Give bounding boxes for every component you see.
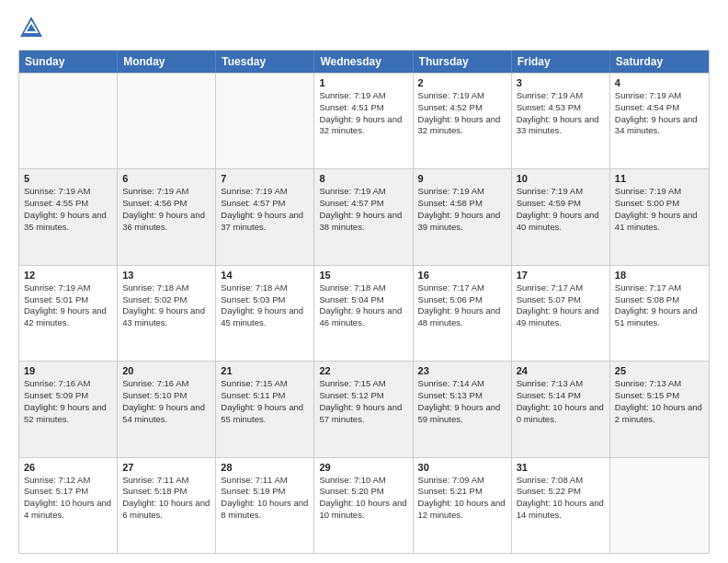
day-cell-7: 7Sunrise: 7:19 AM Sunset: 4:57 PM Daylig… xyxy=(216,169,314,264)
day-info-18: Sunrise: 7:17 AM Sunset: 5:08 PM Dayligh… xyxy=(615,282,704,329)
day-cell-2: 2Sunrise: 7:19 AM Sunset: 4:52 PM Daylig… xyxy=(414,74,512,168)
day-number-5: 5 xyxy=(24,173,112,184)
day-info-21: Sunrise: 7:15 AM Sunset: 5:11 PM Dayligh… xyxy=(221,378,309,425)
header-cell-monday: Monday xyxy=(118,51,216,73)
logo-icon xyxy=(18,15,44,40)
calendar-row-5: 26Sunrise: 7:12 AM Sunset: 5:17 PM Dayli… xyxy=(19,457,709,553)
day-number-23: 23 xyxy=(418,365,506,376)
day-number-31: 31 xyxy=(517,462,605,473)
calendar-body: 1Sunrise: 7:19 AM Sunset: 4:51 PM Daylig… xyxy=(19,73,709,553)
day-info-9: Sunrise: 7:19 AM Sunset: 4:58 PM Dayligh… xyxy=(418,186,506,233)
day-cell-1: 1Sunrise: 7:19 AM Sunset: 4:51 PM Daylig… xyxy=(314,74,413,168)
day-number-10: 10 xyxy=(517,173,605,184)
day-info-10: Sunrise: 7:19 AM Sunset: 4:59 PM Dayligh… xyxy=(517,186,605,233)
calendar-row-2: 5Sunrise: 7:19 AM Sunset: 4:55 PM Daylig… xyxy=(19,168,709,264)
day-cell-6: 6Sunrise: 7:19 AM Sunset: 4:56 PM Daylig… xyxy=(118,169,216,264)
day-info-17: Sunrise: 7:17 AM Sunset: 5:07 PM Dayligh… xyxy=(517,282,605,329)
day-number-3: 3 xyxy=(517,77,605,88)
day-info-7: Sunrise: 7:19 AM Sunset: 4:57 PM Dayligh… xyxy=(221,186,309,233)
day-number-17: 17 xyxy=(517,270,605,281)
day-number-29: 29 xyxy=(319,462,407,473)
day-cell-20: 20Sunrise: 7:16 AM Sunset: 5:10 PM Dayli… xyxy=(118,362,216,456)
day-cell-13: 13Sunrise: 7:18 AM Sunset: 5:02 PM Dayli… xyxy=(118,266,216,361)
day-cell-15: 15Sunrise: 7:18 AM Sunset: 5:04 PM Dayli… xyxy=(314,266,413,361)
day-cell-23: 23Sunrise: 7:14 AM Sunset: 5:13 PM Dayli… xyxy=(414,362,512,456)
day-cell-30: 30Sunrise: 7:09 AM Sunset: 5:21 PM Dayli… xyxy=(414,458,512,553)
day-info-19: Sunrise: 7:16 AM Sunset: 5:09 PM Dayligh… xyxy=(24,378,112,425)
empty-cell-w4c6 xyxy=(610,458,709,553)
day-number-24: 24 xyxy=(517,365,605,376)
day-cell-3: 3Sunrise: 7:19 AM Sunset: 4:53 PM Daylig… xyxy=(512,74,610,168)
day-number-30: 30 xyxy=(418,462,506,473)
day-info-25: Sunrise: 7:13 AM Sunset: 5:15 PM Dayligh… xyxy=(615,378,704,425)
header-cell-friday: Friday xyxy=(512,51,610,73)
day-info-1: Sunrise: 7:19 AM Sunset: 4:51 PM Dayligh… xyxy=(319,90,407,137)
day-cell-24: 24Sunrise: 7:13 AM Sunset: 5:14 PM Dayli… xyxy=(512,362,610,456)
day-number-20: 20 xyxy=(122,365,210,376)
day-number-27: 27 xyxy=(122,462,210,473)
day-cell-4: 4Sunrise: 7:19 AM Sunset: 4:54 PM Daylig… xyxy=(610,74,709,168)
day-cell-21: 21Sunrise: 7:15 AM Sunset: 5:11 PM Dayli… xyxy=(216,362,314,456)
day-cell-31: 31Sunrise: 7:08 AM Sunset: 5:22 PM Dayli… xyxy=(512,458,610,553)
day-number-22: 22 xyxy=(319,365,407,376)
day-cell-10: 10Sunrise: 7:19 AM Sunset: 4:59 PM Dayli… xyxy=(512,169,610,264)
day-cell-9: 9Sunrise: 7:19 AM Sunset: 4:58 PM Daylig… xyxy=(414,169,512,264)
day-number-12: 12 xyxy=(24,270,112,281)
page: SundayMondayTuesdayWednesdayThursdayFrid… xyxy=(0,0,728,563)
empty-cell-w0c1 xyxy=(118,74,216,168)
calendar-header-row: SundayMondayTuesdayWednesdayThursdayFrid… xyxy=(19,51,709,73)
day-number-4: 4 xyxy=(615,77,704,88)
day-cell-12: 12Sunrise: 7:19 AM Sunset: 5:01 PM Dayli… xyxy=(19,266,118,361)
day-info-4: Sunrise: 7:19 AM Sunset: 4:54 PM Dayligh… xyxy=(615,90,704,137)
day-cell-17: 17Sunrise: 7:17 AM Sunset: 5:07 PM Dayli… xyxy=(512,266,610,361)
day-info-11: Sunrise: 7:19 AM Sunset: 5:00 PM Dayligh… xyxy=(615,186,704,233)
calendar-row-3: 12Sunrise: 7:19 AM Sunset: 5:01 PM Dayli… xyxy=(19,265,709,361)
day-info-6: Sunrise: 7:19 AM Sunset: 4:56 PM Dayligh… xyxy=(122,186,210,233)
day-info-27: Sunrise: 7:11 AM Sunset: 5:18 PM Dayligh… xyxy=(122,475,210,522)
day-cell-14: 14Sunrise: 7:18 AM Sunset: 5:03 PM Dayli… xyxy=(216,266,314,361)
logo xyxy=(18,15,48,40)
day-info-24: Sunrise: 7:13 AM Sunset: 5:14 PM Dayligh… xyxy=(517,378,605,425)
day-info-2: Sunrise: 7:19 AM Sunset: 4:52 PM Dayligh… xyxy=(418,90,506,137)
day-number-25: 25 xyxy=(615,365,704,376)
day-number-28: 28 xyxy=(221,462,309,473)
calendar: SundayMondayTuesdayWednesdayThursdayFrid… xyxy=(18,50,710,554)
empty-cell-w0c0 xyxy=(19,74,118,168)
day-info-30: Sunrise: 7:09 AM Sunset: 5:21 PM Dayligh… xyxy=(418,475,506,522)
day-number-1: 1 xyxy=(319,77,407,88)
header-cell-thursday: Thursday xyxy=(414,51,512,73)
day-info-15: Sunrise: 7:18 AM Sunset: 5:04 PM Dayligh… xyxy=(319,282,407,329)
day-info-22: Sunrise: 7:15 AM Sunset: 5:12 PM Dayligh… xyxy=(319,378,407,425)
calendar-row-1: 1Sunrise: 7:19 AM Sunset: 4:51 PM Daylig… xyxy=(19,73,709,168)
header xyxy=(18,15,710,40)
day-info-14: Sunrise: 7:18 AM Sunset: 5:03 PM Dayligh… xyxy=(221,282,309,329)
day-info-8: Sunrise: 7:19 AM Sunset: 4:57 PM Dayligh… xyxy=(319,186,407,233)
day-number-8: 8 xyxy=(319,173,407,184)
day-cell-19: 19Sunrise: 7:16 AM Sunset: 5:09 PM Dayli… xyxy=(19,362,118,456)
day-number-15: 15 xyxy=(319,270,407,281)
header-cell-wednesday: Wednesday xyxy=(314,51,413,73)
day-info-12: Sunrise: 7:19 AM Sunset: 5:01 PM Dayligh… xyxy=(24,282,112,329)
day-info-23: Sunrise: 7:14 AM Sunset: 5:13 PM Dayligh… xyxy=(418,378,506,425)
day-info-31: Sunrise: 7:08 AM Sunset: 5:22 PM Dayligh… xyxy=(517,475,605,522)
calendar-row-4: 19Sunrise: 7:16 AM Sunset: 5:09 PM Dayli… xyxy=(19,361,709,456)
header-cell-saturday: Saturday xyxy=(610,51,709,73)
day-number-7: 7 xyxy=(221,173,309,184)
day-info-28: Sunrise: 7:11 AM Sunset: 5:19 PM Dayligh… xyxy=(221,475,309,522)
header-cell-sunday: Sunday xyxy=(19,51,118,73)
header-cell-tuesday: Tuesday xyxy=(216,51,314,73)
day-info-3: Sunrise: 7:19 AM Sunset: 4:53 PM Dayligh… xyxy=(517,90,605,137)
day-cell-25: 25Sunrise: 7:13 AM Sunset: 5:15 PM Dayli… xyxy=(610,362,709,456)
day-number-19: 19 xyxy=(24,365,112,376)
day-cell-28: 28Sunrise: 7:11 AM Sunset: 5:19 PM Dayli… xyxy=(216,458,314,553)
day-cell-11: 11Sunrise: 7:19 AM Sunset: 5:00 PM Dayli… xyxy=(610,169,709,264)
day-number-13: 13 xyxy=(122,270,210,281)
day-cell-5: 5Sunrise: 7:19 AM Sunset: 4:55 PM Daylig… xyxy=(19,169,118,264)
day-cell-22: 22Sunrise: 7:15 AM Sunset: 5:12 PM Dayli… xyxy=(314,362,413,456)
day-number-11: 11 xyxy=(615,173,704,184)
day-info-29: Sunrise: 7:10 AM Sunset: 5:20 PM Dayligh… xyxy=(319,475,407,522)
empty-cell-w0c2 xyxy=(216,74,314,168)
day-info-20: Sunrise: 7:16 AM Sunset: 5:10 PM Dayligh… xyxy=(122,378,210,425)
day-cell-16: 16Sunrise: 7:17 AM Sunset: 5:06 PM Dayli… xyxy=(414,266,512,361)
day-cell-8: 8Sunrise: 7:19 AM Sunset: 4:57 PM Daylig… xyxy=(314,169,413,264)
